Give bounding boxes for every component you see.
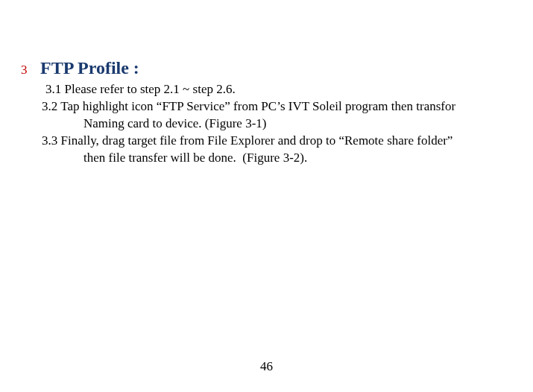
step-3-3-line1: 3.3 Finally, drag target file from File … <box>21 133 518 150</box>
section-number: 3 <box>21 63 40 78</box>
section-title: FTP Profile : <box>40 58 139 78</box>
step-3-2-line2: Naming card to device. (Figure 3-1) <box>21 116 518 133</box>
step-3-2-line1: 3.2 Tap highlight icon “FTP Service” fro… <box>21 98 518 116</box>
step-3-3-line2: then file transfer will be done. (Figure… <box>21 150 518 167</box>
body-text: 3.1 Please refer to step 2.1 ~ step 2.6.… <box>21 81 518 167</box>
step-3-1: 3.1 Please refer to step 2.1 ~ step 2.6. <box>21 81 518 98</box>
page-number: 46 <box>0 359 533 374</box>
section-header: 3 FTP Profile : <box>21 58 518 78</box>
